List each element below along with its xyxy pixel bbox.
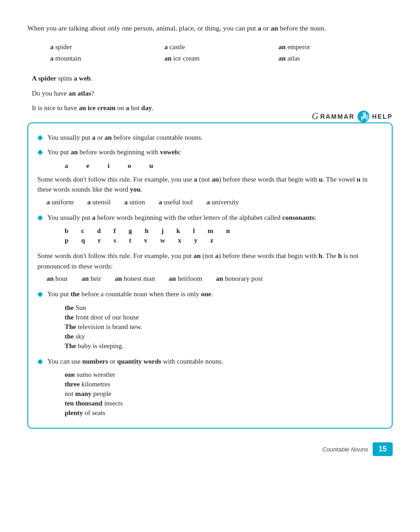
example-an-emperor: an emperor [278,43,393,51]
vowel-u: u [149,162,153,170]
rule-4: ◆ You put the before a countable noun wh… [37,289,380,299]
grammar-logo-help: HELP [372,113,393,120]
puzzle-icon [357,110,370,123]
diamond-icon-5: ◆ [37,357,43,365]
rule-2: ◆ You put an before words beginning with… [37,147,380,157]
page-footer: Countable Nouns 15 [27,442,393,456]
rule-3-text: You usually put a before words beginning… [47,213,317,223]
intro-an: an [271,24,278,32]
consonant-x: x [178,237,182,244]
page: When you are talking about only one pers… [0,0,420,483]
example-an-honest-man: an honest man [115,275,155,283]
grammar-help-logo: GRAMMAR HELP [312,110,393,123]
rule-3: ◆ You usually put a before words beginni… [37,213,380,223]
consonant-v: v [144,237,148,244]
example-a-union: a union [124,198,145,206]
consonant-s: s [113,237,116,244]
rule-2-text: You put an before words beginning with v… [47,147,181,157]
number-example-plenty: plenty of seats [65,409,380,417]
example-an-hour: an hour [46,275,68,283]
consonant-w: w [160,237,165,244]
example-a-useful-tool: a useful tool [159,198,193,206]
grammar-logo-text: G [312,111,318,122]
examples-grid: a spider a castle an emperor a mountain … [27,43,393,62]
page-number-badge: 15 [373,442,393,456]
consonant-y: y [194,237,198,244]
the-example-sky: the sky [65,333,380,340]
consonant-z: z [210,237,214,244]
rule-1: ◆ You usually put a or an before singula… [37,132,380,143]
vowel-i: i [108,162,109,170]
the-example-television: The television is brand new. [65,323,380,331]
vowel-a: a [65,162,68,170]
rule-4-text: You put the before a countable noun when… [47,289,213,299]
grammar-help-wrapper: GRAMMAR HELP ◆ You usually put a or an b… [27,122,393,429]
rule-1-text: You usually put a or an before singular … [47,132,203,143]
some-words-note-2: Some words don't follow this rule. For e… [37,251,380,271]
example-a-university: a university [206,198,239,206]
example-an-heirloom: an heirloom [169,275,202,283]
some-words-note-1: Some words don't follow this rule. For e… [37,174,380,195]
rule-5-text: You can use numbers or quantity words wi… [47,356,223,367]
the-example-baby: The baby is sleeping. [65,342,380,350]
vowel-o: o [128,162,131,170]
diamond-icon-3: ◆ [37,213,43,222]
example-a-castle: a castle [164,43,279,51]
consonants-grid: b c d f g h j k l m n p q r s t [37,227,380,244]
number-example-one: one sumo wrestler [65,371,380,379]
intro-paragraph: When you are talking about only one pers… [27,23,393,33]
diamond-icon-4: ◆ [37,289,43,298]
vowel-e: e [87,162,90,170]
number-example-ten-thousand: ten thousand insects [65,400,380,407]
rule-5: ◆ You can use numbers or quantity words … [37,356,380,367]
sentence-1: A spider spins a web. [32,73,393,84]
consonant-q: q [81,237,85,244]
consonant-m: m [208,227,214,235]
consonant-f: f [113,227,116,235]
example-a-mountain: a mountain [50,55,164,62]
the-examples: the Sun the front door of our house The … [37,304,380,350]
number-examples: one sumo wrestler three kilometres not m… [37,371,380,417]
consonant-n: n [226,227,230,235]
consonant-t: t [129,237,131,244]
number-example-not-many: not many people [65,390,380,398]
example-a-spider: a spider [50,43,164,51]
consonant-p: p [65,237,68,244]
the-example-front-door: the front door of our house [65,314,380,321]
grammar-logo-rammar: RAMMAR [320,113,355,120]
example-an-honorary-post: an honorary post [216,275,263,283]
consonant-k: k [176,227,180,235]
consonant-l: l [193,227,195,235]
sentences-section: A spider spins a web. Do you have an atl… [27,73,393,113]
example-an-ice-cream: an ice cream [164,55,279,62]
footer-label: Countable Nouns [323,446,368,453]
intro-a: a [258,24,261,32]
number-example-three: three kilometres [65,380,380,388]
consonant-g: g [128,227,132,235]
the-example-sun: the Sun [65,304,380,312]
diamond-icon-2: ◆ [37,147,43,156]
consonants-row-2: p q r s t v w x y z [65,237,380,244]
consonant-r: r [98,237,101,244]
example-a-utensil: a utensil [87,198,111,206]
consonant-j: j [161,227,164,235]
vowels-row: a e i o u [37,162,380,170]
consonants-row-1: b c d f g h j k l m n [65,227,380,235]
example-an-heir: an heir [82,275,101,283]
example-a-uniform: a uniform [46,198,74,206]
consonant-h: h [145,227,149,235]
uniform-examples-row: a uniform a utensil a union a useful too… [37,198,380,206]
consonant-b: b [65,227,68,235]
diamond-icon-1: ◆ [37,133,43,142]
hour-examples-row: an hour an heir an honest man an heirloo… [37,275,380,283]
consonant-d: d [97,227,101,235]
consonant-c: c [81,227,84,235]
example-an-atlas: an atlas [278,55,393,62]
grammar-box: ◆ You usually put a or an before singula… [27,122,393,429]
sentence-2: Do you have an atlas? [32,88,393,99]
